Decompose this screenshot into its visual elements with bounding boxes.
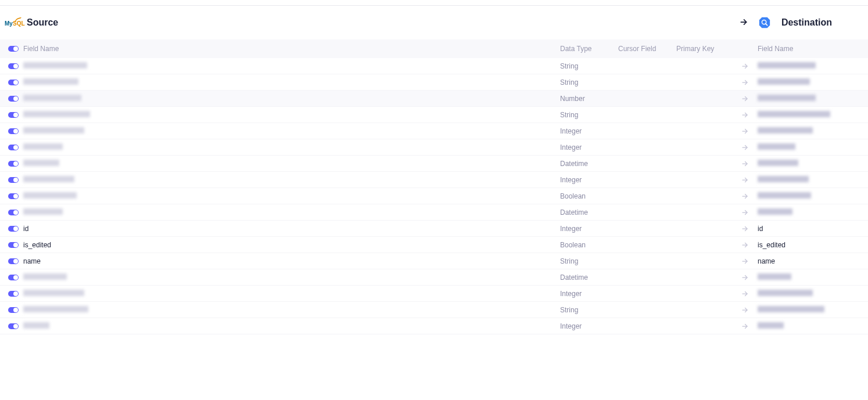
toggle-cell [0,112,23,118]
field-toggle[interactable] [8,226,19,232]
arrow-right-icon [731,290,758,297]
redacted-field [758,95,816,101]
source-field-name [23,192,560,200]
mapping-header: MySQL Source Destination [0,6,868,39]
field-toggle[interactable] [8,323,19,329]
field-row: is_editedBooleanis_edited [0,237,868,253]
data-type-cell: Integer [560,176,618,184]
toggle-cell [0,161,23,167]
source-field-name [23,290,560,298]
redacted-field [758,176,809,182]
arrow-right-icon [731,144,758,151]
source-label: Source [27,17,58,28]
toggle-cell [0,177,23,183]
toggle-cell [0,193,23,199]
arrow-right-icon [731,63,758,70]
redacted-field [23,111,90,117]
field-toggle[interactable] [8,80,19,85]
field-row: Datetime [0,204,868,221]
data-type-cell: String [560,78,618,87]
data-type-cell: Integer [560,127,618,135]
arrow-right-icon [740,18,748,28]
arrow-right-icon [731,95,758,102]
data-type-cell: String [560,111,618,119]
field-toggle[interactable] [8,63,19,69]
field-toggle[interactable] [8,242,19,248]
data-type-cell: Datetime [560,273,618,282]
redacted-field [23,62,87,69]
header-data-type: Data Type [560,45,618,53]
toggle-cell [0,96,23,102]
redacted-field [23,192,77,199]
toggle-cell [0,291,23,297]
field-toggle[interactable] [8,291,19,297]
destination-field-name [758,127,868,135]
toggle-cell [0,307,23,313]
field-row: Integer [0,318,868,334]
field-toggle[interactable] [8,177,19,183]
field-row: String [0,107,868,123]
source-field-name: id [23,225,560,233]
field-toggle[interactable] [8,307,19,313]
destination-header: Destination [740,16,868,29]
field-toggle[interactable] [8,210,19,215]
field-row: Integer [0,123,868,139]
source-header: MySQL Source [5,17,58,28]
header-toggle-cell [0,46,23,52]
arrow-right-icon [731,79,758,86]
toggle-cell [0,275,23,280]
arrow-right-icon [731,242,758,248]
header-primary-key: Primary Key [676,45,731,53]
arrow-right-icon [731,209,758,216]
data-type-cell: Integer [560,290,618,298]
destination-field-name [758,273,868,282]
top-divider [0,0,868,6]
redacted-field [23,78,78,85]
arrow-right-icon [731,274,758,281]
field-toggle[interactable] [8,112,19,118]
field-row: Integer [0,139,868,156]
destination-field-name [758,111,868,119]
destination-field-name [758,306,868,314]
arrow-right-icon [731,176,758,183]
data-type-cell: String [560,306,618,314]
redacted-field [23,306,88,312]
field-toggle[interactable] [8,96,19,102]
field-toggle[interactable] [8,161,19,167]
toggle-cell [0,226,23,232]
redacted-field [23,273,67,280]
destination-field-name [758,208,868,217]
field-toggle[interactable] [8,145,19,150]
toggle-cell [0,258,23,264]
field-row: Datetime [0,156,868,172]
redacted-field [23,290,84,296]
arrow-right-icon [731,258,758,265]
destination-field-name: id [758,225,868,233]
field-row: Integer [0,286,868,302]
source-field-name [23,306,560,314]
field-toggle[interactable] [8,193,19,199]
redacted-field [758,78,810,85]
toggle-all[interactable] [8,46,19,52]
redacted-field [23,160,59,166]
source-field-name [23,208,560,217]
field-toggle[interactable] [8,275,19,280]
redacted-field [758,143,795,150]
data-type-cell: String [560,62,618,70]
header-dest-field: Field Name [758,45,868,53]
destination-field-name: is_edited [758,241,868,249]
toggle-cell [0,80,23,85]
field-toggle[interactable] [8,258,19,264]
redacted-field [758,127,813,134]
field-toggle[interactable] [8,128,19,134]
destination-field-name [758,160,868,168]
source-field-name [23,62,560,70]
source-field-name [23,111,560,119]
source-field-name [23,176,560,184]
data-type-cell: Integer [560,225,618,233]
redacted-field [23,143,63,150]
toggle-cell [0,145,23,150]
redacted-field [23,176,74,182]
arrow-right-icon [731,323,758,330]
destination-field-name [758,143,868,152]
